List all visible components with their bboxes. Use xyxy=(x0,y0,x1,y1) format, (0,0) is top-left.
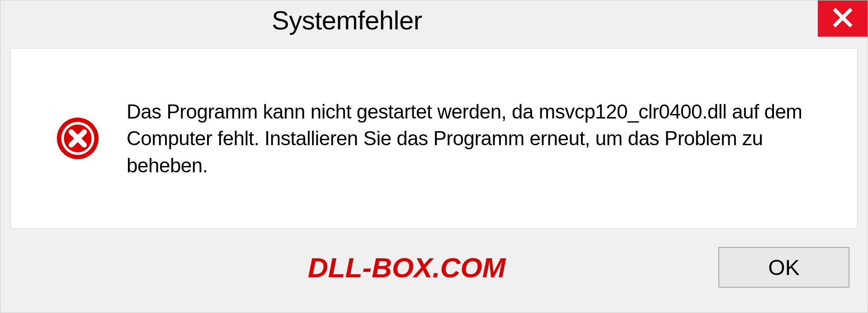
ok-button[interactable]: OK xyxy=(718,247,849,288)
close-button[interactable] xyxy=(818,0,868,37)
error-message: Das Programm kann nicht gestartet werden… xyxy=(127,98,821,179)
dialog-title: Systemfehler xyxy=(272,5,422,35)
dialog-footer: DLL-BOX.COM OK xyxy=(0,238,868,288)
error-icon xyxy=(56,117,99,160)
title-bar: Systemfehler xyxy=(0,0,868,41)
error-dialog: Systemfehler Das Programm kann nicht ges… xyxy=(0,0,868,313)
content-panel: Das Programm kann nicht gestartet werden… xyxy=(10,48,858,229)
watermark-text: DLL-BOX.COM xyxy=(308,251,505,284)
close-icon xyxy=(832,7,854,30)
